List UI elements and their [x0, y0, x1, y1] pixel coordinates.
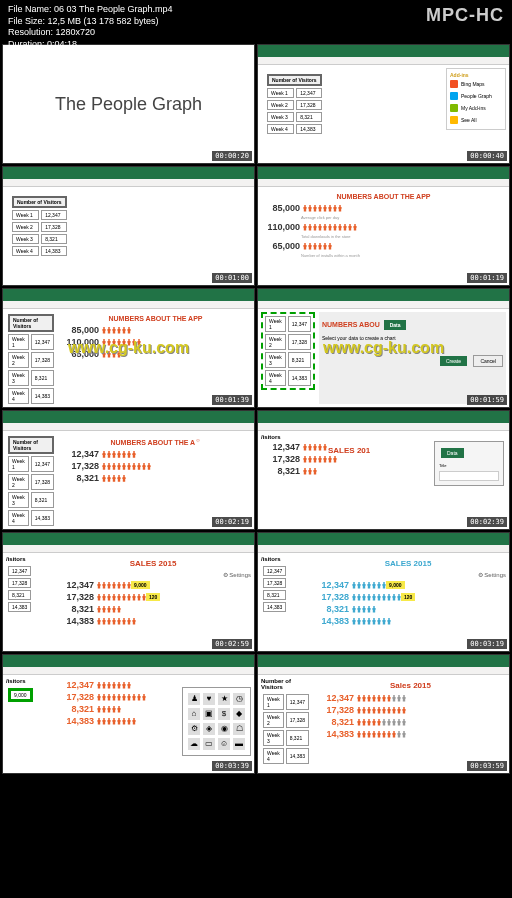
- thumb-8[interactable]: /isitors 12,347 17,328 8,321 SALES 201 D…: [257, 410, 510, 530]
- star-icon: ★: [218, 693, 230, 705]
- gear-icon: ⚙: [188, 723, 200, 735]
- timestamp: 00:00:20: [212, 151, 252, 161]
- diamond-icon: ◆: [233, 708, 245, 720]
- data-button[interactable]: Data: [384, 320, 407, 330]
- thumb-9[interactable]: /isitors 12,347 17,328 8,321 14,383 SALE…: [2, 532, 255, 652]
- thumb-3[interactable]: Number of Visitors Week 112,347 Week 217…: [2, 166, 255, 286]
- thumb-4[interactable]: NUMBERS ABOUT THE APP 85,000 Average cli…: [257, 166, 510, 286]
- addins-panel[interactable]: Add-ins Bing Maps People Graph My Add-in…: [446, 68, 506, 130]
- thumb-10[interactable]: /isitors 12,347 17,328 8,321 14,383 SALE…: [257, 532, 510, 652]
- smile-icon: ☺: [218, 738, 230, 750]
- heart-icon: ♥: [203, 693, 215, 705]
- thumb-12[interactable]: Number of Visitors Week 112,347 Week 217…: [257, 654, 510, 774]
- dollar-icon: $: [218, 708, 230, 720]
- cloud-icon: ☁: [188, 738, 200, 750]
- mpc-hc-logo: MPC-HC: [426, 4, 504, 27]
- globe-icon: ◉: [218, 723, 230, 735]
- clock-icon: ◷: [233, 693, 245, 705]
- create-button[interactable]: Create: [440, 356, 467, 366]
- car-icon: ▬: [233, 738, 245, 750]
- pc-icon: ▭: [203, 738, 215, 750]
- icon-picker[interactable]: ♟♥★◷ ⌂▣$◆ ⚙◈◉☖ ☁▭☺▬: [182, 687, 251, 756]
- bag-icon: ▣: [203, 708, 215, 720]
- timestamp: 00:00:40: [467, 151, 507, 161]
- chat-icon: ☖: [233, 723, 245, 735]
- data-panel[interactable]: Data Title: [434, 441, 504, 486]
- home-icon: ⌂: [188, 708, 200, 720]
- thumb-11[interactable]: /isitors 9,000 12,347 17,328 8,321 14,38…: [2, 654, 255, 774]
- excel-ribbon: [258, 57, 509, 65]
- thumb-7[interactable]: Number of Visitors Week 112,347 Week 217…: [2, 410, 255, 530]
- app-title: NUMBERS ABOUT THE APP: [261, 193, 506, 200]
- tag-icon: ◈: [203, 723, 215, 735]
- thumb-2[interactable]: Number of Visitors Week 112,347 Week 217…: [257, 44, 510, 164]
- thumb-5[interactable]: Number of Visitors Week 112,347 Week 217…: [2, 288, 255, 408]
- title-slide-text: The People Graph: [55, 94, 202, 115]
- cancel-button[interactable]: Cancel: [473, 355, 503, 367]
- watermark: www.cg-ku.com: [68, 339, 189, 357]
- person-icon: ♟: [188, 693, 200, 705]
- thumb-6[interactable]: Week 112,347 Week 217,328 Week 38,321 We…: [257, 288, 510, 408]
- visitors-table: Number of Visitors Week 112,347 Week 217…: [10, 194, 69, 258]
- visitors-table: Number of Visitors Week 112,347 Week 217…: [265, 72, 324, 136]
- thumb-1[interactable]: The People Graph 00:00:20: [2, 44, 255, 164]
- thumbnail-grid: The People Graph 00:00:20 Number of Visi…: [0, 42, 512, 898]
- file-info-header: File Name: 06 03 The People Graph.mp4 Fi…: [0, 0, 512, 42]
